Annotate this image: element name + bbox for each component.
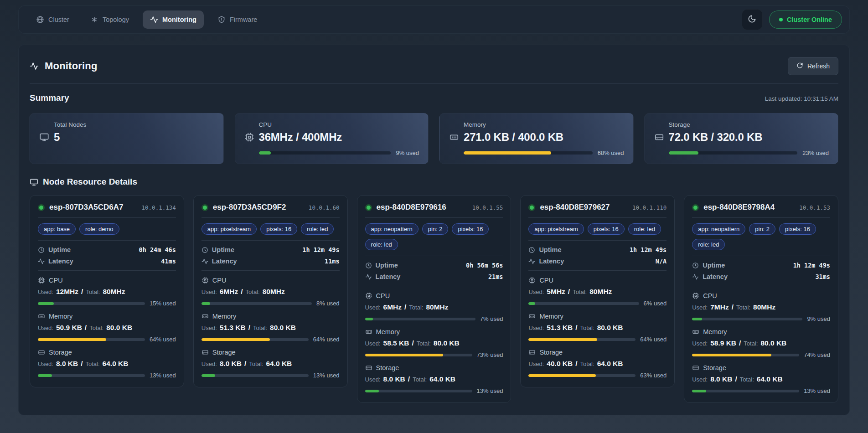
resource-section: Memory Used: 58.9 KB / Total: 80.0 KB 74… (692, 328, 830, 358)
hard-drive-icon (202, 349, 209, 356)
resource-label: CPU (539, 277, 553, 284)
progress-fill (528, 338, 597, 341)
activity-icon (528, 258, 535, 265)
hard-drive-icon (692, 364, 699, 371)
used-value: 58.5 KB (383, 339, 409, 347)
total-prefix: Total: (580, 325, 594, 331)
total-value: 64.0 KB (597, 360, 623, 368)
total-value: 80.0 KB (760, 339, 786, 347)
hard-drive-icon (365, 364, 372, 371)
node-resources: CPU Used: 7MHz / Total: 80MHz 9% used Me… (692, 292, 830, 394)
node-tags: app: pixelstreampixels: 16role: led (528, 223, 666, 235)
percent-used-label: 15% used (150, 300, 176, 307)
percent-used-label: 13% used (477, 387, 503, 394)
progress-fill (202, 338, 270, 341)
total-prefix: Total: (417, 340, 431, 347)
cpu-icon (38, 277, 45, 284)
total-prefix: Total: (253, 325, 267, 331)
total-value: 80MHz (426, 303, 448, 311)
uptime-value: 0h 24m 46s (139, 246, 176, 253)
percent-used-label: 13% used (804, 387, 830, 394)
resource-section: Storage Used: 8.0 KB / Total: 64.0 KB 13… (692, 364, 830, 394)
uptime-label: Uptime (48, 246, 71, 253)
total-value: 80MHz (589, 288, 612, 296)
clock-icon (692, 262, 699, 269)
node-status-dot (692, 204, 699, 211)
latency-label: Latency (376, 273, 401, 280)
cpu-icon (365, 292, 372, 299)
node-grid: esp-807D3A5CD6A7 10.0.1.134 app: baserol… (30, 195, 838, 403)
nav-tab-label: Topology (103, 16, 129, 23)
progress-track (365, 354, 472, 356)
uptime-value: 1h 12m 49s (630, 246, 666, 253)
memory-icon (202, 313, 209, 320)
node-card: esp-840D8E979627 10.0.1.110 app: pixelst… (520, 195, 675, 387)
percent-used-label: 68% used (598, 149, 624, 156)
latency-row: Latency 41ms (38, 258, 176, 265)
resource-label: Storage (703, 364, 726, 371)
percent-used-label: 73% used (477, 351, 503, 358)
total-value: 64.0 KB (757, 375, 783, 383)
node-tag: role: led (301, 223, 334, 235)
node-tag: role: led (692, 239, 725, 250)
node-tag: role: led (628, 223, 661, 235)
uptime-row: Uptime 0h 24m 46s (38, 246, 176, 253)
refresh-button[interactable]: Refresh (788, 57, 838, 75)
used-value: 7MHz (710, 303, 728, 311)
node-tag: role: demo (79, 223, 119, 235)
progress-track (202, 302, 312, 305)
total-prefix: Total: (86, 289, 100, 295)
total-prefix: Total: (86, 361, 100, 367)
value-separator: / (732, 303, 734, 311)
used-prefix: Used: (528, 361, 544, 367)
total-value: 80.0 KB (597, 324, 623, 332)
resource-label: CPU (703, 292, 717, 299)
uptime-row: Uptime 1h 12m 49s (528, 246, 666, 253)
used-prefix: Used: (38, 361, 53, 367)
total-prefix: Total: (744, 340, 758, 347)
activity-icon (365, 273, 372, 280)
nav-tab-label: Firmware (230, 16, 257, 23)
used-prefix: Used: (202, 289, 217, 295)
summary-heading: Summary (30, 93, 69, 103)
progress-track (365, 390, 472, 392)
progress-track (528, 302, 639, 305)
resource-label: Memory (703, 328, 727, 335)
nav-tab-topology[interactable]: Topology (83, 10, 136, 29)
summary-card-label: Total Nodes (54, 121, 214, 128)
summary-card-label: Storage (669, 121, 829, 128)
percent-used-label: 8% used (316, 300, 340, 307)
percent-used-label: 9% used (807, 315, 830, 322)
nav-tab-cluster[interactable]: Cluster (29, 10, 77, 29)
node-tag: app: pixelstream (528, 223, 584, 235)
resource-label: Memory (539, 313, 563, 320)
used-value: 8.0 KB (220, 360, 242, 368)
nav-tab-monitoring[interactable]: Monitoring (143, 10, 204, 29)
node-ip: 10.0.1.110 (632, 204, 666, 211)
percent-used-label: 64% used (640, 336, 666, 343)
total-value: 80.0 KB (106, 324, 132, 332)
node-card: esp-807D3A5CD6A7 10.0.1.134 app: baserol… (30, 195, 184, 387)
used-value: 51.3 KB (547, 324, 573, 332)
total-prefix: Total: (736, 304, 750, 311)
percent-used-label: 13% used (150, 372, 176, 379)
value-separator: / (241, 288, 243, 296)
nav-tab-firmware[interactable]: Firmware (210, 10, 264, 29)
node-name: esp-840D8E979627 (540, 203, 610, 212)
summary-card-cpu: CPU 36MHz / 400MHz 9% used (235, 113, 429, 164)
resource-label: CPU (212, 277, 227, 284)
value-separator: / (81, 360, 83, 368)
summary-card-value: 5 (54, 131, 60, 144)
cpu-icon (202, 277, 209, 284)
monitoring-panel: Monitoring Refresh Summary Last updated:… (18, 45, 850, 415)
used-value: 50.9 KB (56, 324, 82, 332)
resource-section: CPU Used: 6MHz / Total: 80MHz 7% used (365, 292, 503, 322)
progress-track (692, 318, 802, 320)
node-name: esp-840D8E979616 (377, 203, 446, 212)
theme-toggle-button[interactable] (742, 9, 763, 30)
percent-used-label: 13% used (313, 372, 340, 379)
progress-track (38, 338, 145, 341)
used-value: 5MHz (547, 288, 565, 296)
uptime-label: Uptime (212, 246, 234, 253)
resource-label: Storage (212, 349, 236, 356)
